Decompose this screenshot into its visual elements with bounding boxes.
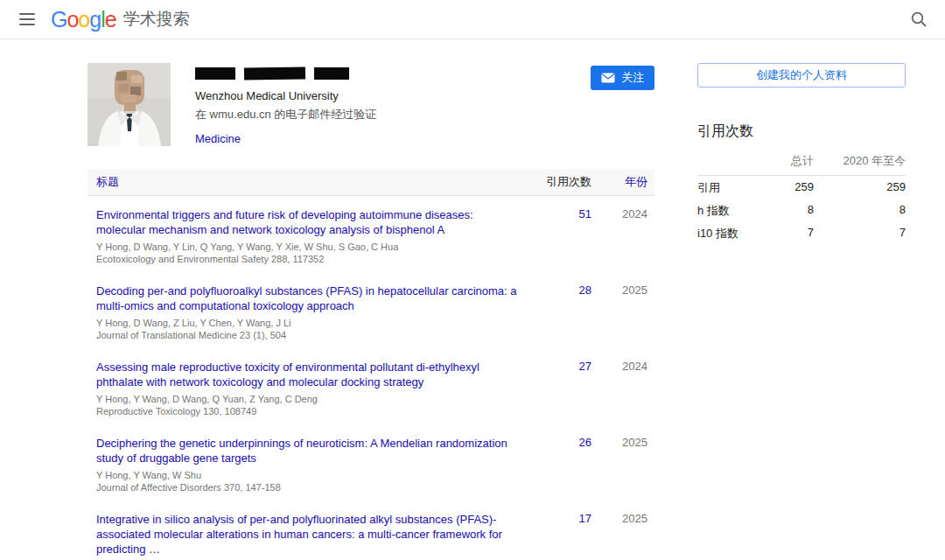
article-title-link[interactable]: Deciphering the genetic underpinnings of… bbox=[96, 436, 522, 466]
main-column: Wenzhou Medical University 在 wmu.edu.cn … bbox=[88, 63, 654, 560]
citations-col-since: 2020 年至今 bbox=[814, 153, 906, 169]
verified-email: 在 wmu.edu.cn 的电子邮件经过验证 bbox=[195, 107, 376, 122]
stat-since: 259 bbox=[814, 180, 906, 196]
article-main: Deciphering the genetic underpinnings of… bbox=[96, 436, 530, 494]
article-row: Environmental triggers and future risk o… bbox=[88, 196, 654, 272]
sort-by-year[interactable]: 年份 bbox=[592, 174, 648, 190]
stat-since: 7 bbox=[814, 226, 906, 242]
article-main: Environmental triggers and future risk o… bbox=[96, 207, 530, 265]
stat-since: 8 bbox=[814, 203, 906, 219]
article-venue: Reproductive Toxicology 130, 108749 bbox=[96, 405, 522, 417]
logo-letter: o bbox=[78, 7, 89, 32]
article-authors: Y Hong, Y Wang, D Wang, Q Yuan, Z Yang, … bbox=[96, 393, 522, 405]
follow-label: 关注 bbox=[621, 70, 644, 86]
article-year: 2025 bbox=[592, 512, 648, 525]
article-main: Integrative in silico analysis of per-an… bbox=[96, 512, 530, 560]
right-sidebar: 创建我的个人资料 引用次数 总计 2020 年至今 引用 259 259 h 指… bbox=[697, 63, 906, 560]
cited-by-count[interactable]: 28 bbox=[530, 284, 592, 297]
article-venue: Journal of Translational Medicine 23 (1)… bbox=[96, 329, 522, 341]
google-logo[interactable]: Google bbox=[51, 7, 116, 32]
article-year: 2024 bbox=[592, 360, 648, 373]
article-year: 2024 bbox=[592, 207, 648, 220]
top-bar: Google 学术搜索 bbox=[0, 0, 945, 39]
citations-title: 引用次数 bbox=[697, 122, 906, 141]
article-authors: Y Hong, Y Wang, W Shu bbox=[96, 469, 522, 481]
stat-total: 259 bbox=[752, 180, 814, 196]
interest-link[interactable]: Medicine bbox=[195, 132, 241, 145]
logo-letter: e bbox=[105, 7, 116, 32]
article-year: 2025 bbox=[592, 284, 648, 297]
profile-photo bbox=[88, 63, 171, 146]
article-row: Deciphering the genetic underpinnings of… bbox=[88, 424, 654, 500]
cited-by-count[interactable]: 51 bbox=[530, 207, 592, 220]
citations-table-header: 总计 2020 年至今 bbox=[697, 153, 906, 176]
article-title-link[interactable]: Integrative in silico analysis of per-an… bbox=[96, 512, 522, 556]
citations-row: 引用 259 259 bbox=[697, 176, 906, 199]
stat-label: i10 指数 bbox=[697, 226, 752, 242]
article-venue: Ecotoxicology and Environmental Safety 2… bbox=[96, 253, 522, 265]
article-authors: Y Hong, D Wang, Z Liu, Y Chen, Y Wang, J… bbox=[96, 317, 522, 329]
redacted-name bbox=[195, 66, 376, 80]
logo-letter: G bbox=[51, 7, 66, 32]
article-title-link[interactable]: Environmental triggers and future risk o… bbox=[96, 207, 522, 237]
article-year: 2025 bbox=[592, 436, 648, 449]
article-authors: Y Hong, D Wang, Y Lin, Q Yang, Y Wang, Y… bbox=[96, 241, 522, 253]
stat-label: 引用 bbox=[697, 180, 752, 196]
logo-letter: g bbox=[89, 7, 101, 32]
cited-by-count[interactable]: 26 bbox=[530, 436, 592, 449]
article-venue: Journal of Affective Disorders 370, 147-… bbox=[96, 481, 522, 494]
article-title-link[interactable]: Decoding per-and polyfluoroalkyl substan… bbox=[96, 284, 522, 313]
search-icon[interactable] bbox=[905, 5, 933, 33]
menu-icon[interactable] bbox=[12, 4, 42, 34]
page-content: Wenzhou Medical University 在 wmu.edu.cn … bbox=[0, 39, 945, 560]
follow-button[interactable]: 关注 bbox=[591, 66, 654, 90]
citations-panel: 引用次数 总计 2020 年至今 引用 259 259 h 指数 8 8 i10… bbox=[697, 122, 906, 244]
cited-by-count[interactable]: 17 bbox=[530, 512, 592, 525]
articles-table-header: 标题 引用次数 年份 bbox=[88, 169, 654, 196]
follow-icon bbox=[601, 73, 615, 83]
article-row: Decoding per-and polyfluoroalkyl substan… bbox=[88, 272, 654, 348]
stat-total: 8 bbox=[752, 203, 814, 219]
affiliation: Wenzhou Medical University bbox=[195, 89, 376, 102]
sort-by-title[interactable]: 标题 bbox=[96, 174, 530, 190]
article-row: Assessing male reproductive toxicity of … bbox=[88, 348, 654, 424]
article-title-link[interactable]: Assessing male reproductive toxicity of … bbox=[96, 360, 522, 389]
citations-col-total: 总计 bbox=[752, 153, 814, 169]
profile-info: Wenzhou Medical University 在 wmu.edu.cn … bbox=[195, 63, 376, 146]
citations-row: h 指数 8 8 bbox=[697, 199, 906, 221]
article-main: Assessing male reproductive toxicity of … bbox=[96, 360, 530, 417]
sort-by-citations: 引用次数 bbox=[530, 174, 592, 190]
article-main: Decoding per-and polyfluoroalkyl substan… bbox=[96, 284, 530, 341]
article-row: Integrative in silico analysis of per-an… bbox=[88, 500, 654, 560]
profile-header: Wenzhou Medical University 在 wmu.edu.cn … bbox=[88, 63, 654, 146]
stat-label: h 指数 bbox=[697, 203, 752, 219]
product-name: 学术搜索 bbox=[123, 8, 190, 31]
logo-letter: o bbox=[66, 7, 78, 32]
citations-row: i10 指数 7 7 bbox=[697, 221, 906, 244]
cited-by-count[interactable]: 27 bbox=[530, 360, 592, 373]
stat-total: 7 bbox=[752, 226, 814, 242]
create-profile-button[interactable]: 创建我的个人资料 bbox=[697, 63, 906, 88]
